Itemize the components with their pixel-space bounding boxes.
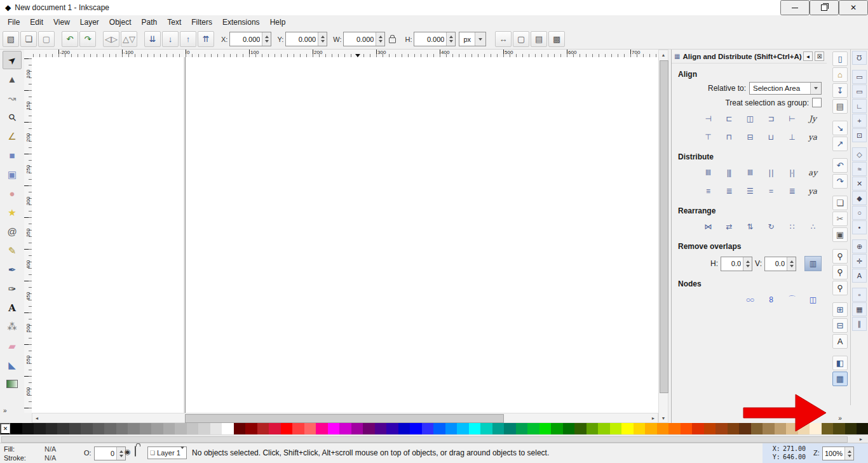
align-nodes-horizontally[interactable]: ○○ [742, 292, 758, 307]
palette-swatch[interactable] [715, 423, 728, 434]
palette-swatch[interactable] [739, 423, 751, 434]
palette-swatch[interactable] [657, 423, 669, 434]
selector-tool[interactable]: ➤ [3, 51, 22, 69]
calligraphy-tool[interactable]: ✑ [3, 279, 22, 298]
toolbox-expander[interactable]: » [0, 406, 10, 415]
palette-swatch[interactable] [728, 423, 740, 434]
zoom-to-drawing-button[interactable]: ⚲ [832, 265, 848, 279]
palette-swatch[interactable] [480, 423, 492, 434]
redo-button[interactable]: ↷ [832, 174, 848, 189]
fill-stroke-dialog-button[interactable]: ◧ [832, 356, 848, 370]
distribute-right-edges[interactable]: ‖‖ [742, 165, 758, 180]
palette-swatch[interactable] [751, 423, 763, 434]
palette-swatch[interactable] [104, 423, 116, 434]
remove-overlaps-button[interactable]: ▥ [804, 256, 822, 271]
palette-swatch[interactable] [351, 423, 363, 434]
panel-dock-button[interactable]: ◂ [803, 51, 813, 61]
zoom-spinner[interactable] [844, 447, 853, 460]
palette-swatch[interactable] [198, 423, 210, 434]
palette-swatch[interactable] [433, 423, 445, 434]
distribute-vertical-gaps[interactable]: = [763, 184, 779, 198]
snap-page-border-toggle[interactable]: ▫ [852, 288, 867, 302]
palette-swatch[interactable] [116, 423, 128, 434]
lower-button[interactable]: ↓ [162, 31, 179, 47]
snap-paths-toggle[interactable]: ≈ [852, 162, 867, 176]
opacity-spinner[interactable] [116, 447, 125, 460]
distribute-equal-horizontal[interactable]: |·| [783, 165, 800, 180]
overlaps-h-input[interactable] [721, 257, 743, 271]
x-input[interactable] [230, 32, 262, 46]
palette-swatch[interactable] [257, 423, 269, 434]
panel-close-button[interactable]: ☒ [815, 51, 824, 61]
palette-swatch[interactable] [304, 423, 316, 434]
palette-swatch[interactable] [222, 423, 234, 434]
scroll-down-arrow[interactable]: ▼ [659, 413, 668, 422]
save-document-button[interactable]: ↧ [832, 83, 848, 98]
overlaps-v-input[interactable] [765, 257, 787, 271]
palette-swatch[interactable] [422, 423, 434, 434]
palette-swatch[interactable] [245, 423, 257, 434]
treat-as-group-checkbox[interactable] [812, 98, 822, 107]
scroll-right-arrow[interactable]: ► [649, 413, 658, 422]
scroll-left-arrow[interactable]: ◄ [32, 413, 41, 422]
palette-swatch[interactable] [10, 423, 22, 434]
snap-enabled-toggle[interactable]: Ω [852, 51, 867, 65]
scale-radii-toggle[interactable]: ▢ [513, 31, 529, 47]
palette-swatch[interactable] [634, 423, 646, 434]
copy-button[interactable]: ❏ [832, 196, 848, 210]
menu-file[interactable]: File [3, 16, 25, 29]
distribute-horizontal-gaps[interactable]: | | [763, 165, 779, 180]
palette-swatch[interactable] [563, 423, 575, 434]
menu-extensions[interactable]: Extensions [217, 16, 265, 29]
select-all-layers-button[interactable]: ❏ [20, 31, 37, 47]
eraser-tool[interactable]: ▰ [3, 337, 22, 355]
align-left-to-anchor-right[interactable]: ⊢ [783, 111, 800, 126]
palette-swatch[interactable] [692, 423, 704, 434]
palette-swatch[interactable] [46, 423, 58, 434]
snap-object-centers-toggle[interactable]: ⊕ [852, 239, 867, 253]
y-input[interactable] [286, 32, 318, 46]
relative-to-select[interactable]: Selection Area [749, 82, 822, 95]
no-color-swatch[interactable]: ✕ [0, 423, 10, 434]
ellipse-tool[interactable]: ● [3, 184, 22, 203]
bezier-tool[interactable]: ✒ [3, 260, 22, 279]
palette-swatch[interactable] [763, 423, 775, 434]
snap-guides-toggle[interactable]: ∥ [852, 317, 867, 331]
align-bottom-edges[interactable]: ⊔ [763, 130, 779, 144]
paste-button[interactable]: ▣ [832, 227, 848, 242]
palette-swatch[interactable] [645, 423, 657, 434]
zoom-to-selection-button[interactable]: ⚲ [832, 249, 848, 264]
star-tool[interactable]: ★ [3, 203, 22, 222]
menu-filters[interactable]: Filters [186, 16, 217, 29]
minimize-button[interactable] [780, 0, 810, 15]
y-spinner[interactable] [318, 32, 327, 46]
rectangle-tool[interactable]: ■ [3, 146, 22, 164]
open-document-button[interactable]: ⌂ [832, 67, 848, 82]
export-button[interactable]: ↗ [832, 137, 848, 151]
palette-swatch[interactable] [69, 423, 81, 434]
palette-swatch[interactable] [151, 423, 163, 434]
snap-cusp-nodes-toggle[interactable]: ◆ [852, 191, 867, 205]
palette-swatch[interactable] [328, 423, 340, 434]
palette-swatch[interactable] [363, 423, 375, 434]
flip-horizontal-button[interactable]: ◁▷ [103, 31, 119, 47]
distribute-centers-horizontally[interactable]: ||| [721, 165, 737, 180]
palette-swatch[interactable] [163, 423, 175, 434]
new-document-button[interactable]: ▯ [832, 51, 848, 66]
stroke-value[interactable]: N/A [44, 453, 56, 462]
snap-grid-toggle[interactable]: ▦ [852, 302, 867, 316]
box3d-tool[interactable]: ▣ [3, 165, 22, 184]
rotate-cw-button[interactable]: ↷ [79, 31, 96, 47]
palette-swatch[interactable] [516, 423, 528, 434]
distribute-centers-vertically[interactable]: ≣ [721, 184, 737, 198]
align-right-edges[interactable]: ⊐ [763, 111, 779, 126]
palette-swatch[interactable] [574, 423, 587, 434]
menu-help[interactable]: Help [265, 16, 291, 29]
center-on-vertical-axis[interactable]: ◫ [742, 111, 758, 126]
menu-layer[interactable]: Layer [75, 16, 104, 29]
pencil-tool[interactable]: ✎ [3, 241, 22, 260]
palette-swatch[interactable] [527, 423, 539, 434]
align-distribute-dialog-button[interactable]: ▦ [832, 372, 848, 386]
align-bottom-to-anchor-top[interactable]: ⊤ [700, 130, 716, 144]
palette-swatch[interactable] [833, 423, 845, 434]
